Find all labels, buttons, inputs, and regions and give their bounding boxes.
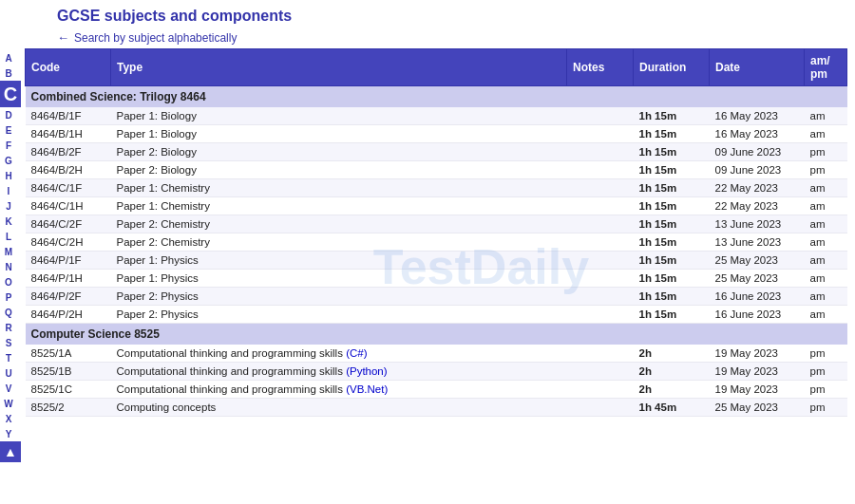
cell-code: 8464/B/1H — [26, 125, 111, 143]
cell-code: 8464/C/2F — [26, 215, 111, 233]
table-row: 8525/1AComputational thinking and progra… — [26, 345, 847, 363]
alpha-item-i[interactable]: I — [0, 183, 17, 198]
cell-code: 8464/B/2F — [26, 143, 111, 161]
alpha-item-f[interactable]: F — [0, 138, 17, 153]
cell-notes — [567, 288, 634, 306]
cell-notes — [567, 161, 634, 179]
cell-code: 8464/C/1F — [26, 179, 111, 197]
cell-code: 8525/1B — [26, 363, 111, 381]
alpha-item-h[interactable]: H — [0, 168, 17, 183]
alpha-item-b[interactable]: B — [0, 65, 17, 81]
col-header-code: Code — [26, 49, 111, 86]
table-row: 8525/1BComputational thinking and progra… — [26, 363, 847, 381]
table-area: TestDaily Code Type Notes Duration Date … — [21, 48, 855, 462]
table-row: 8464/C/1HPaper 1: Chemistry1h 15m22 May … — [26, 197, 847, 215]
alpha-item-s[interactable]: S — [0, 335, 17, 350]
cell-ampm: am — [805, 270, 847, 288]
cell-type: Paper 2: Biology — [111, 143, 567, 161]
cell-date: 16 May 2023 — [710, 107, 805, 125]
cell-type: Computational thinking and programming s… — [111, 381, 567, 399]
col-header-ampm: am/ pm — [805, 49, 847, 86]
cell-notes — [567, 215, 634, 233]
main-content: ABCDEFGHIJKLMNOPQRSTUVWXY ▲ TestDaily Co… — [0, 48, 855, 462]
table-row: 8525/2Computing concepts1h 45m25 May 202… — [26, 399, 847, 417]
search-bar[interactable]: ← Search by subject alphabetically — [0, 28, 855, 48]
table-row: 8464/B/2HPaper 2: Biology1h 15m09 June 2… — [26, 161, 847, 179]
cell-ampm: pm — [805, 399, 847, 417]
cell-type: Paper 1: Biology — [111, 107, 567, 125]
cell-notes — [567, 125, 634, 143]
cell-date: 09 June 2023 — [710, 161, 805, 179]
cell-ampm: am — [805, 179, 847, 197]
section-header-computer-science: Computer Science 8525 — [26, 324, 847, 345]
cell-ampm: am — [805, 233, 847, 252]
cell-type: Paper 2: Physics — [111, 288, 567, 306]
cell-ampm: pm — [805, 161, 847, 179]
alpha-item-d[interactable]: D — [0, 107, 17, 122]
alpha-item-u[interactable]: U — [0, 365, 17, 381]
data-table: Code Type Notes Duration Date am/ pm Com… — [25, 48, 847, 417]
cell-type: Paper 2: Biology — [111, 161, 567, 179]
cell-notes — [567, 179, 634, 197]
cell-date: 25 May 2023 — [710, 252, 805, 270]
alpha-item-e[interactable]: E — [0, 122, 17, 138]
cell-duration: 1h 15m — [634, 252, 710, 270]
alpha-item-n[interactable]: N — [0, 259, 17, 274]
alpha-item-a[interactable]: A — [0, 50, 17, 65]
alpha-item-k[interactable]: K — [0, 214, 17, 229]
alpha-item-j[interactable]: J — [0, 198, 17, 214]
cell-code: 8464/P/1H — [26, 270, 111, 288]
cell-duration: 1h 15m — [634, 179, 710, 197]
alpha-item-q[interactable]: Q — [0, 305, 17, 320]
table-row: 8464/B/2FPaper 2: Biology1h 15m09 June 2… — [26, 143, 847, 161]
back-arrow-icon[interactable]: ← — [57, 30, 69, 45]
alpha-item-v[interactable]: V — [0, 381, 17, 396]
alpha-item-t[interactable]: T — [0, 350, 17, 365]
cell-duration: 1h 15m — [634, 215, 710, 233]
table-row: 8464/P/2FPaper 2: Physics1h 15m16 June 2… — [26, 288, 847, 306]
alpha-item-y[interactable]: Y — [0, 426, 17, 441]
cell-date: 25 May 2023 — [710, 270, 805, 288]
cell-duration: 1h 15m — [634, 125, 710, 143]
alpha-item-w[interactable]: W — [0, 396, 17, 411]
cell-notes — [567, 143, 634, 161]
cell-ampm: pm — [805, 381, 847, 399]
cell-duration: 1h 15m — [634, 306, 710, 324]
alpha-item-c[interactable]: C — [0, 81, 21, 107]
cell-notes — [567, 270, 634, 288]
cell-duration: 1h 15m — [634, 197, 710, 215]
cell-notes — [567, 233, 634, 252]
alpha-item-o[interactable]: O — [0, 274, 17, 289]
col-header-type: Type — [111, 49, 567, 86]
table-row: 8525/1CComputational thinking and progra… — [26, 381, 847, 399]
cell-code: 8525/1C — [26, 381, 111, 399]
table-row: 8464/C/2FPaper 2: Chemistry1h 15m13 June… — [26, 215, 847, 233]
table-row: 8464/P/1HPaper 1: Physics1h 15m25 May 20… — [26, 270, 847, 288]
cell-type: Computational thinking and programming s… — [111, 345, 567, 363]
cell-duration: 1h 15m — [634, 107, 710, 125]
search-label[interactable]: Search by subject alphabetically — [74, 31, 237, 45]
alpha-item-g[interactable]: G — [0, 153, 17, 168]
alpha-item-m[interactable]: M — [0, 244, 17, 259]
table-row: 8464/P/2HPaper 2: Physics1h 15m16 June 2… — [26, 306, 847, 324]
cell-date: 19 May 2023 — [710, 363, 805, 381]
cell-date: 16 June 2023 — [710, 306, 805, 324]
cell-duration: 1h 15m — [634, 161, 710, 179]
cell-duration: 1h 45m — [634, 399, 710, 417]
cell-type: Paper 1: Physics — [111, 270, 567, 288]
cell-ampm: am — [805, 107, 847, 125]
table-row: 8464/B/1HPaper 1: Biology1h 15m16 May 20… — [26, 125, 847, 143]
alpha-item-x[interactable]: X — [0, 411, 17, 426]
col-header-date: Date — [710, 49, 805, 86]
cell-date: 22 May 2023 — [710, 197, 805, 215]
alpha-item-r[interactable]: R — [0, 320, 17, 335]
table-body: Combined Science: Trilogy 84648464/B/1FP… — [26, 86, 847, 417]
cell-date: 13 June 2023 — [710, 233, 805, 252]
section-header-combined-science: Combined Science: Trilogy 8464 — [26, 86, 847, 108]
cell-notes — [567, 363, 634, 381]
scroll-top-button[interactable]: ▲ — [0, 441, 21, 462]
alpha-item-p[interactable]: P — [0, 289, 17, 305]
cell-ampm: am — [805, 125, 847, 143]
col-header-duration: Duration — [634, 49, 710, 86]
alpha-item-l[interactable]: L — [0, 229, 17, 244]
